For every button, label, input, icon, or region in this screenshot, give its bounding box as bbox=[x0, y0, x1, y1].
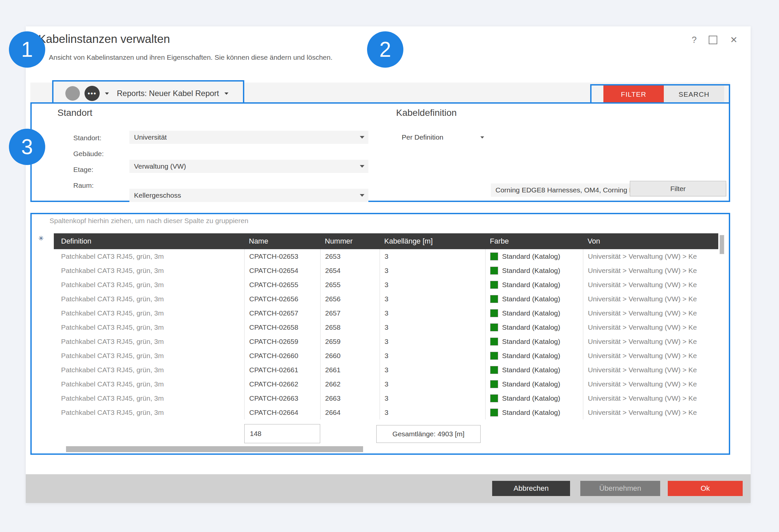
vertical-scrollbar[interactable] bbox=[720, 235, 724, 254]
cell-farbe-label: Standard (Katalog) bbox=[502, 409, 560, 416]
more-menu-button[interactable]: ••• bbox=[84, 86, 100, 101]
cell-farbe-label: Standard (Katalog) bbox=[502, 338, 560, 346]
cell-name: CPATCH-02658 bbox=[244, 320, 320, 334]
kabeldefinition-heading: Kabeldefinition bbox=[396, 108, 457, 118]
column-header-von[interactable]: Von bbox=[583, 233, 718, 249]
table-row[interactable]: Patchkabel CAT3 RJ45, grün, 3m CPATCH-02… bbox=[54, 320, 718, 334]
cell-farbe: Standard (Katalog) bbox=[485, 306, 583, 320]
column-header-kabellaenge[interactable]: Kabellänge [m] bbox=[379, 233, 485, 249]
cell-von: Universität > Verwaltung (VW) > Ke bbox=[583, 363, 718, 377]
standort-value: Universität bbox=[134, 133, 167, 141]
help-button[interactable]: ? bbox=[687, 34, 701, 46]
table-row[interactable]: Patchkabel CAT3 RJ45, grün, 3m CPATCH-02… bbox=[54, 263, 718, 278]
horizontal-scrollbar[interactable] bbox=[66, 446, 363, 452]
table-row[interactable]: Patchkabel CAT3 RJ45, grün, 3m CPATCH-02… bbox=[54, 278, 718, 292]
cell-farbe: Standard (Katalog) bbox=[485, 363, 583, 377]
cell-farbe: Standard (Katalog) bbox=[485, 278, 583, 292]
cell-kabellaenge: 3 bbox=[379, 349, 485, 363]
table-row[interactable]: Patchkabel CAT3 RJ45, grün, 3m CPATCH-02… bbox=[54, 249, 718, 263]
table-row[interactable]: Patchkabel CAT3 RJ45, grün, 3m CPATCH-02… bbox=[54, 292, 718, 306]
standort-label: Standort: bbox=[73, 134, 101, 142]
more-menu-caret-icon[interactable] bbox=[105, 93, 109, 95]
maximize-button[interactable] bbox=[706, 34, 720, 46]
table-body: Patchkabel CAT3 RJ45, grün, 3m CPATCH-02… bbox=[54, 249, 718, 419]
table-row[interactable]: Patchkabel CAT3 RJ45, grün, 3m CPATCH-02… bbox=[54, 377, 718, 391]
table-row[interactable]: Patchkabel CAT3 RJ45, grün, 3m CPATCH-02… bbox=[54, 334, 718, 349]
report-selector-caret-icon[interactable] bbox=[225, 93, 228, 95]
cell-farbe-label: Standard (Katalog) bbox=[502, 252, 560, 260]
etage-select[interactable]: Kellergeschoss bbox=[129, 189, 368, 202]
cell-farbe-label: Standard (Katalog) bbox=[502, 267, 560, 275]
cell-von: Universität > Verwaltung (VW) > Ke bbox=[583, 377, 718, 391]
cell-definition: Patchkabel CAT3 RJ45, grün, 3m bbox=[54, 377, 244, 391]
cell-farbe: Standard (Katalog) bbox=[485, 405, 583, 419]
cell-name: CPATCH-02655 bbox=[244, 278, 320, 292]
table-row[interactable]: Patchkabel CAT3 RJ45, grün, 3m CPATCH-02… bbox=[54, 405, 718, 419]
cell-farbe-label: Standard (Katalog) bbox=[502, 309, 560, 317]
column-header-nummer[interactable]: Nummer bbox=[320, 233, 379, 249]
cell-farbe-label: Standard (Katalog) bbox=[502, 295, 560, 303]
cell-name: CPATCH-02660 bbox=[244, 349, 320, 363]
cell-nummer: 2655 bbox=[320, 278, 379, 292]
apply-button[interactable]: Übernehmen bbox=[580, 481, 660, 496]
color-swatch-icon bbox=[490, 309, 498, 317]
column-header-farbe[interactable]: Farbe bbox=[485, 233, 583, 249]
cell-kabellaenge: 3 bbox=[379, 377, 485, 391]
chevron-down-icon bbox=[360, 194, 364, 197]
cell-von: Universität > Verwaltung (VW) > Ke bbox=[583, 405, 718, 419]
cell-nummer: 2656 bbox=[320, 292, 379, 306]
cell-kabellaenge: 3 bbox=[379, 334, 485, 349]
column-header-definition[interactable]: Definition bbox=[54, 233, 244, 249]
report-selector[interactable]: Reports: Neuer Kabel Report bbox=[117, 89, 219, 98]
cell-farbe-label: Standard (Katalog) bbox=[502, 323, 560, 331]
cell-farbe: Standard (Katalog) bbox=[485, 334, 583, 349]
close-button[interactable]: ✕ bbox=[727, 34, 740, 46]
cell-von: Universität > Verwaltung (VW) > Ke bbox=[583, 263, 718, 278]
cell-nummer: 2657 bbox=[320, 306, 379, 320]
annotation-badge-2: 2 bbox=[367, 32, 403, 68]
cell-von: Universität > Verwaltung (VW) > Ke bbox=[583, 306, 718, 320]
cell-definition: Patchkabel CAT3 RJ45, grün, 3m bbox=[54, 306, 244, 320]
cell-name: CPATCH-02656 bbox=[244, 292, 320, 306]
cell-farbe-label: Standard (Katalog) bbox=[502, 380, 560, 388]
cancel-button[interactable]: Abbrechen bbox=[492, 481, 570, 496]
cell-name: CPATCH-02659 bbox=[244, 334, 320, 349]
gebaeude-value: Verwaltung (VW) bbox=[134, 162, 186, 170]
color-swatch-icon bbox=[490, 323, 498, 331]
cell-kabellaenge: 3 bbox=[379, 320, 485, 334]
color-swatch-icon bbox=[490, 267, 498, 275]
gebaeude-select[interactable]: Verwaltung (VW) bbox=[129, 160, 368, 173]
cell-name: CPATCH-02654 bbox=[244, 263, 320, 278]
table-row[interactable]: Patchkabel CAT3 RJ45, grün, 3m CPATCH-02… bbox=[54, 363, 718, 377]
chevron-down-icon bbox=[360, 136, 364, 138]
etage-label: Etage: bbox=[73, 166, 94, 174]
cell-von: Universität > Verwaltung (VW) > Ke bbox=[583, 334, 718, 349]
tab-search[interactable]: SEARCH bbox=[664, 85, 724, 103]
cell-nummer: 2659 bbox=[320, 334, 379, 349]
table-row[interactable]: Patchkabel CAT3 RJ45, grün, 3m CPATCH-02… bbox=[54, 391, 718, 405]
cell-definition: Patchkabel CAT3 RJ45, grün, 3m bbox=[54, 363, 244, 377]
color-swatch-icon bbox=[490, 295, 498, 303]
cell-farbe: Standard (Katalog) bbox=[485, 292, 583, 306]
color-swatch-icon bbox=[490, 338, 498, 346]
new-row-icon: ✳ bbox=[38, 234, 44, 242]
color-swatch-icon bbox=[490, 281, 498, 289]
standort-select[interactable]: Universität bbox=[129, 131, 368, 144]
table-row[interactable]: Patchkabel CAT3 RJ45, grün, 3m CPATCH-02… bbox=[54, 349, 718, 363]
filter-button[interactable]: Filter bbox=[630, 181, 726, 196]
cell-name: CPATCH-02657 bbox=[244, 306, 320, 320]
cell-kabellaenge: 3 bbox=[379, 278, 485, 292]
dialog-kabelinstanzen: Kabelinstanzen verwalten Ansicht von Kab… bbox=[26, 26, 751, 503]
cell-name: CPATCH-02662 bbox=[244, 377, 320, 391]
table-row[interactable]: Patchkabel CAT3 RJ45, grün, 3m CPATCH-02… bbox=[54, 306, 718, 320]
table-header: Definition Name Nummer Kabellänge [m] Fa… bbox=[54, 233, 718, 249]
cell-kabellaenge: 3 bbox=[379, 263, 485, 278]
cell-farbe: Standard (Katalog) bbox=[485, 263, 583, 278]
per-definition-select[interactable]: Per Definition bbox=[402, 133, 485, 141]
ok-button[interactable]: Ok bbox=[668, 481, 743, 496]
cell-definition: Patchkabel CAT3 RJ45, grün, 3m bbox=[54, 263, 244, 278]
chevron-down-icon bbox=[360, 165, 364, 168]
column-header-name[interactable]: Name bbox=[244, 233, 320, 249]
back-circle-icon[interactable] bbox=[65, 86, 80, 101]
tab-filter[interactable]: FILTER bbox=[603, 85, 664, 103]
